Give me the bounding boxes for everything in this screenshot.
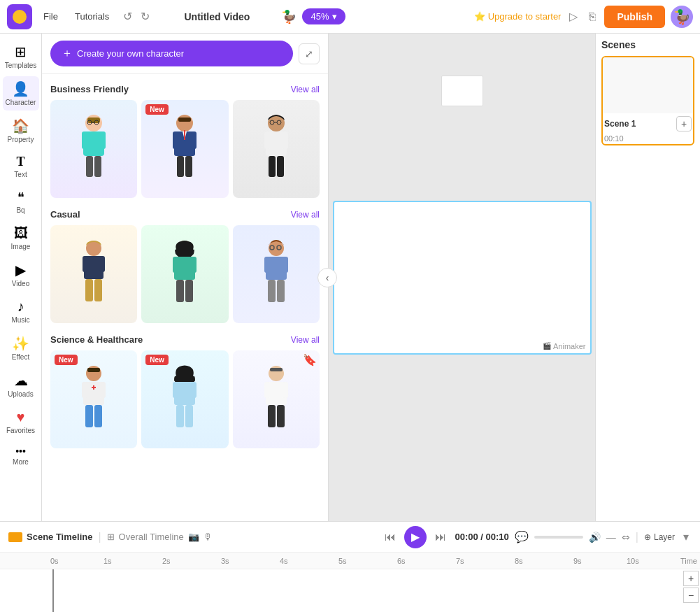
- ruler-mark-2s: 2s: [162, 557, 171, 565]
- layer-button[interactable]: ⊕ Layer: [644, 532, 675, 542]
- character-figure-bf1: [69, 111, 118, 187]
- sidebar-item-image[interactable]: 🖼 Image: [3, 221, 39, 255]
- redo-button[interactable]: ↻: [138, 7, 152, 26]
- expand-panel-button[interactable]: ⤢: [299, 43, 320, 64]
- create-character-button[interactable]: ＋ Create your own character: [50, 41, 293, 66]
- scene-tab-icon: [8, 532, 22, 542]
- overall-timeline-label: Overall Timeline: [119, 532, 184, 542]
- character-card-sh3[interactable]: 🔖: [233, 350, 320, 448]
- timeline-zoom-in-button[interactable]: +: [683, 571, 699, 586]
- main-area: ⊞ Templates 👤 Character 🏠 Property T Tex…: [0, 34, 700, 521]
- sidebar-label-property: Property: [8, 136, 34, 143]
- skip-forward-button[interactable]: ⏭: [432, 528, 449, 546]
- cloud-save-icon[interactable]: 🦆: [281, 9, 297, 24]
- new-badge-sh1: New: [55, 355, 78, 365]
- chat-icon: 💬: [515, 530, 529, 543]
- overall-timeline-icon: ⊞: [107, 532, 115, 542]
- microphone-icon: 🎙: [203, 532, 213, 542]
- upgrade-button[interactable]: ⭐ Upgrade to starter: [474, 11, 562, 22]
- svg-point-10: [176, 115, 193, 131]
- more-icon: •••: [15, 446, 26, 457]
- plus-icon: ＋: [62, 46, 73, 61]
- char-panel-body: Business Friendly View all: [42, 74, 328, 521]
- timeline-body: + −: [0, 569, 700, 612]
- svg-rect-47: [277, 280, 285, 302]
- svg-rect-38: [176, 280, 184, 302]
- sidebar-item-music[interactable]: ♪ Music: [3, 294, 39, 328]
- timeline-zoom-out-button[interactable]: −: [683, 588, 699, 603]
- scene-add-button[interactable]: +: [676, 116, 692, 131]
- svg-rect-46: [268, 280, 276, 302]
- share-button[interactable]: ⎘: [586, 8, 599, 26]
- svg-rect-16: [184, 130, 185, 140]
- view-all-casual-button[interactable]: View all: [291, 210, 320, 220]
- sidebar-label-character: Character: [6, 99, 36, 106]
- zoom-selector[interactable]: 45% ▾: [302, 8, 345, 24]
- character-card-sh2[interactable]: New: [141, 350, 228, 448]
- character-card-c1[interactable]: [50, 225, 137, 323]
- skip-back-button[interactable]: ⏮: [382, 528, 399, 546]
- view-all-business-button[interactable]: View all: [291, 85, 320, 94]
- scene-card-1[interactable]: Scene 1 + 00:10: [601, 56, 694, 145]
- project-title: Untitled Video: [158, 11, 276, 22]
- character-icon: 👤: [12, 80, 29, 97]
- play-button[interactable]: ▶: [404, 526, 427, 548]
- time-display: 00:00 / 00:10: [455, 532, 508, 542]
- svg-rect-68: [268, 405, 276, 427]
- sidebar-item-uploads[interactable]: ☁ Uploads: [3, 368, 39, 402]
- time-separator: /: [480, 532, 485, 542]
- sidebar-item-favorites[interactable]: ♥ Favorites: [3, 405, 39, 439]
- svg-rect-31: [99, 256, 105, 272]
- character-figure-bf3: [252, 111, 301, 187]
- sidebar-label-more: More: [13, 458, 29, 466]
- character-figure-c3: [252, 236, 301, 313]
- character-panel: ＋ Create your own character ⤢ Business F…: [42, 34, 329, 521]
- svg-rect-64: [270, 368, 283, 371]
- svg-rect-7: [100, 131, 106, 149]
- character-card-bf3[interactable]: [233, 100, 320, 198]
- sidebar-item-property[interactable]: 🏠 Property: [3, 113, 39, 148]
- sidebar-item-templates[interactable]: ⊞ Templates: [3, 39, 39, 73]
- user-avatar[interactable]: 🦆: [671, 6, 693, 28]
- scene-name-1: Scene 1: [604, 119, 636, 129]
- star-icon: ⭐: [474, 11, 485, 22]
- preview-button[interactable]: ▷: [566, 7, 580, 26]
- collapse-panel-button[interactable]: ‹: [317, 268, 337, 287]
- sidebar-label-uploads: Uploads: [8, 390, 34, 398]
- undo-button[interactable]: ↺: [120, 7, 135, 26]
- main-canvas[interactable]: 🎬 Animaker: [333, 201, 592, 355]
- sidebar-item-more[interactable]: ••• More: [3, 441, 39, 470]
- character-card-bf1[interactable]: [50, 100, 137, 198]
- timeline-expand-button[interactable]: ▾: [680, 527, 692, 546]
- sidebar-label-effect: Effect: [12, 353, 29, 361]
- sidebar-label-image: Image: [11, 243, 31, 250]
- overall-timeline-tab[interactable]: ⊞ Overall Timeline 📷 🎙: [107, 532, 213, 542]
- character-card-c3[interactable]: [233, 225, 320, 323]
- sidebar-label-favorites: Favorites: [6, 427, 35, 434]
- scene-thumbnail-1: [603, 57, 693, 113]
- scene-timeline-tab[interactable]: Scene Timeline: [8, 532, 92, 542]
- character-card-bf2[interactable]: New: [141, 100, 228, 198]
- category-title-business: Business Friendly: [50, 84, 129, 94]
- ruler-mark-9s: 9s: [573, 557, 582, 565]
- volume-slider[interactable]: [534, 536, 583, 539]
- publish-button[interactable]: Publish: [604, 6, 665, 28]
- file-menu[interactable]: File: [38, 8, 64, 24]
- new-badge-bf2: New: [145, 104, 169, 115]
- svg-rect-55: [85, 405, 93, 427]
- camera-icon: 📷: [188, 532, 199, 542]
- sidebar-item-character[interactable]: 👤 Character: [3, 76, 39, 111]
- zoom-level: 45%: [310, 11, 329, 22]
- character-figure-sh3: [252, 361, 301, 438]
- sidebar-item-effect[interactable]: ✨ Effect: [3, 331, 39, 365]
- ruler-mark-4s: 4s: [280, 557, 288, 565]
- view-all-healthcare-button[interactable]: View all: [291, 335, 320, 345]
- sidebar-item-bq[interactable]: ❝ Bq: [3, 185, 39, 218]
- svg-rect-59: [173, 382, 178, 398]
- character-card-sh1[interactable]: New: [50, 350, 137, 448]
- sidebar-item-video[interactable]: ▶ Video: [3, 257, 39, 292]
- sidebar-item-text[interactable]: T Text: [3, 150, 39, 183]
- category-title-healthcare: Science & Healthcare: [50, 334, 143, 345]
- character-card-c2[interactable]: [141, 225, 228, 323]
- tutorials-menu[interactable]: Tutorials: [69, 8, 115, 24]
